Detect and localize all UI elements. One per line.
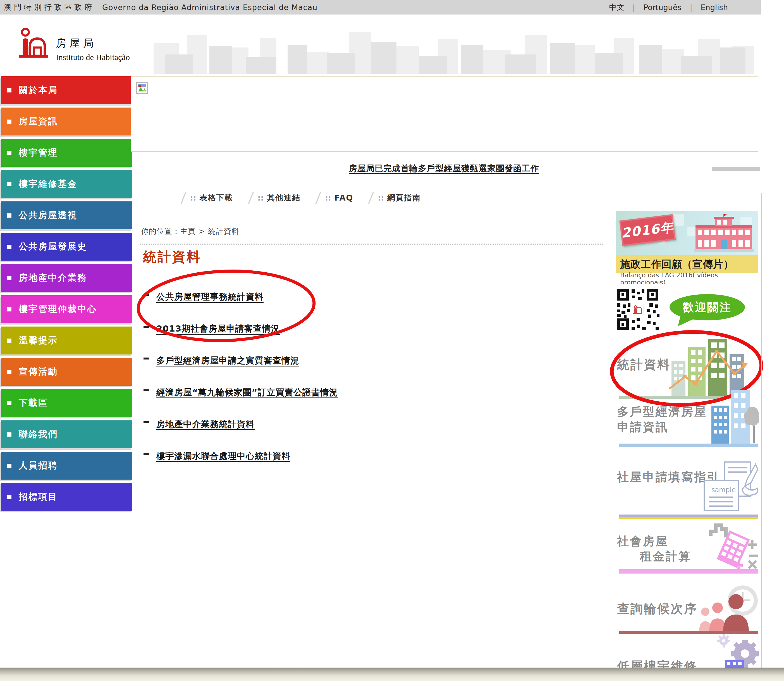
logo[interactable]: 房屋局 Instituto de Habitação <box>16 25 130 62</box>
square-bullet-icon <box>7 151 11 155</box>
slash-decoration-icon <box>248 192 254 204</box>
sidebar-item-11[interactable]: 下載區 <box>1 389 132 417</box>
double-colon-icon: :: <box>190 193 196 202</box>
square-bullet-icon <box>7 120 11 124</box>
sidebar-item-4[interactable]: 樓宇維修基金 <box>1 170 132 198</box>
window-bottom-band <box>0 668 784 681</box>
square-bullet-icon <box>7 339 11 343</box>
sidebar-widget-statistics[interactable]: 統計資料 <box>617 356 671 373</box>
square-bullet-icon <box>7 276 11 280</box>
guide-widget-underline-purple <box>619 515 758 517</box>
statistics-buildings-graphic <box>669 334 750 397</box>
statistics-list-item: 經濟房屋“萬九輪候家團”訂立買賣公證書情況 <box>144 386 562 398</box>
statistics-link-6[interactable]: 樓宇滲漏水聯合處理中心統計資料 <box>156 450 290 462</box>
multi-household-widget-underline <box>619 443 758 447</box>
sidebar-widget-multi-household-line1[interactable]: 多戶型經濟房屋 <box>617 404 707 420</box>
wechat-qr-code[interactable] <box>616 288 659 331</box>
sidebar-item-6[interactable]: 公共房屋發展史 <box>1 233 132 261</box>
sample-text: sample <box>711 486 736 494</box>
banner-title: 施政工作回顧（宣傳片） <box>620 258 734 271</box>
sidebar-item-8[interactable]: 樓宇管理仲裁中心 <box>1 295 132 323</box>
statistics-list-item: 樓宇滲漏水聯合處理中心統計資料 <box>144 450 562 462</box>
statistics-list-item: 2013期社會房屋申請審查情況 <box>144 323 562 335</box>
statistics-link-2[interactable]: 2013期社會房屋申請審查情況 <box>156 323 280 335</box>
statistics-link-1[interactable]: 公共房屋管理事務統計資料 <box>156 291 264 303</box>
broken-image-icon <box>136 82 148 94</box>
quick-tab-2[interactable]: ::其他連結 <box>250 191 301 204</box>
breadcrumb: 你的位置：主頁>統計資料 <box>141 226 239 236</box>
dash-bullet-icon <box>144 453 149 455</box>
square-bullet-icon <box>7 495 11 499</box>
square-bullet-icon <box>7 214 11 218</box>
statistics-list-item: 多戶型經濟房屋申請之實質審查情況 <box>144 355 562 366</box>
statistics-link-5[interactable]: 房地產中介業務統計資料 <box>156 418 254 430</box>
quick-tab-label: 表格下載 <box>200 192 233 203</box>
dash-bullet-icon <box>144 390 149 391</box>
waiting-queue-people-clock-graphic <box>692 583 759 632</box>
sidebar-item-12[interactable]: 聯絡我們 <box>1 420 132 448</box>
sidebar-item-label: 溫馨提示 <box>19 334 58 347</box>
gov-name-zh: 澳門特別行政區政府 <box>4 2 94 12</box>
statistics-list-item: 公共房屋管理事務統計資料 <box>144 291 562 303</box>
dash-bullet-icon <box>144 326 149 328</box>
sidebar-item-label: 聯絡我們 <box>19 428 58 440</box>
square-bullet-icon <box>7 464 11 468</box>
sidebar-item-label: 樓宇管理 <box>19 147 58 159</box>
quick-tab-1[interactable]: ::表格下載 <box>183 191 233 204</box>
double-colon-icon: :: <box>325 193 331 202</box>
sidebar-item-5[interactable]: 公共房屋透視 <box>1 201 132 229</box>
quick-tab-3[interactable]: ::FAQ <box>318 191 353 204</box>
sidebar-item-2[interactable]: 房屋資訊 <box>1 108 132 135</box>
sidebar-item-label: 房地產中介業務 <box>19 272 87 284</box>
sidebar-widget-multi-household-line2[interactable]: 申請資訊 <box>617 419 669 435</box>
year-2016-label: 2016年 <box>620 218 675 242</box>
form-filling-hand-graphic: sample <box>703 461 759 513</box>
sidebar-widget-rent-calc-line1[interactable]: 社會房屋 <box>617 534 669 549</box>
lang-pt[interactable]: Português <box>643 3 681 12</box>
calculator-graphic <box>708 523 760 570</box>
page: 澳門特別行政區政府 Governo da Região Administrati… <box>0 0 784 681</box>
sidebar-widget-rent-calc-line2[interactable]: 租金計算 <box>640 549 691 564</box>
quick-tab-4[interactable]: ::網頁指南 <box>370 191 421 204</box>
city-skyline-graphic <box>153 28 754 74</box>
slash-decoration-icon <box>316 192 321 204</box>
sidebar-item-9[interactable]: 溫馨提示 <box>1 326 132 355</box>
sidebar-item-label: 招標項目 <box>19 491 58 503</box>
guide-widget-underline-yellow <box>619 517 758 519</box>
language-switcher: 中文|Português|English <box>609 2 728 12</box>
dash-bullet-icon <box>144 294 149 296</box>
sidebar-item-14[interactable]: 招標項目 <box>1 483 132 511</box>
policy-review-2016-banner[interactable]: 2016年 施政工作回顧（宣傳片） Balanço das LAG 2016( … <box>616 211 758 284</box>
dash-bullet-icon <box>144 358 149 360</box>
welcome-follow-label: 歡迎關注 <box>683 300 732 315</box>
quick-tabs: ::表格下載::其他連結::FAQ::網頁指南 <box>183 190 438 205</box>
lang-zh[interactable]: 中文 <box>609 2 624 12</box>
square-bullet-icon <box>7 88 11 92</box>
sidebar-item-7[interactable]: 房地產中介業務 <box>1 264 132 292</box>
breadcrumb-separator: > <box>199 227 205 236</box>
statistics-links-list: 公共房屋管理事務統計資料2013期社會房屋申請審查情況多戶型經濟房屋申請之實質審… <box>144 291 562 482</box>
sidebar-item-label: 公共房屋發展史 <box>19 241 87 253</box>
breadcrumb-home-link[interactable]: 主頁 <box>180 227 196 236</box>
sidebar-item-10[interactable]: 宣傳活動 <box>1 358 132 386</box>
slash-decoration-icon <box>181 192 187 204</box>
logo-text: 房屋局 Instituto de Habitação <box>56 36 130 62</box>
logo-title-zh: 房屋局 <box>56 36 130 50</box>
sidebar-item-3[interactable]: 樓宇管理 <box>1 139 132 167</box>
banner-subtitle: Balanço das LAG 2016( vídeos promocionai… <box>620 271 758 284</box>
statistics-link-4[interactable]: 經濟房屋“萬九輪候家團”訂立買賣公證書情況 <box>156 386 338 398</box>
banner-title-band: 施政工作回顧（宣傳片） <box>616 255 758 273</box>
government-building-illustration <box>692 214 756 253</box>
sidebar-item-label: 房屋資訊 <box>19 116 58 128</box>
lang-en[interactable]: English <box>701 3 728 12</box>
site-header: 房屋局 Instituto de Habitação <box>0 14 761 74</box>
sidebar-item-1[interactable]: 關於本局 <box>1 76 132 104</box>
top-gov-bar: 澳門特別行政區政府 Governo da Região Administrati… <box>0 0 761 14</box>
sidebar-item-13[interactable]: 人員招聘 <box>1 452 132 480</box>
breadcrumb-current: 統計資料 <box>208 227 239 236</box>
banner-subtitle-band: Balanço das LAG 2016( vídeos promocionai… <box>616 273 758 284</box>
news-link[interactable]: 房屋局已完成首輪多戶型經屋獲甄選家團發函工作 <box>349 163 539 173</box>
right-column-separator <box>761 193 762 668</box>
sidebar-widget-queue-check[interactable]: 查詢輪候次序 <box>617 600 697 617</box>
statistics-link-3[interactable]: 多戶型經濟房屋申請之實質審查情況 <box>156 355 299 366</box>
